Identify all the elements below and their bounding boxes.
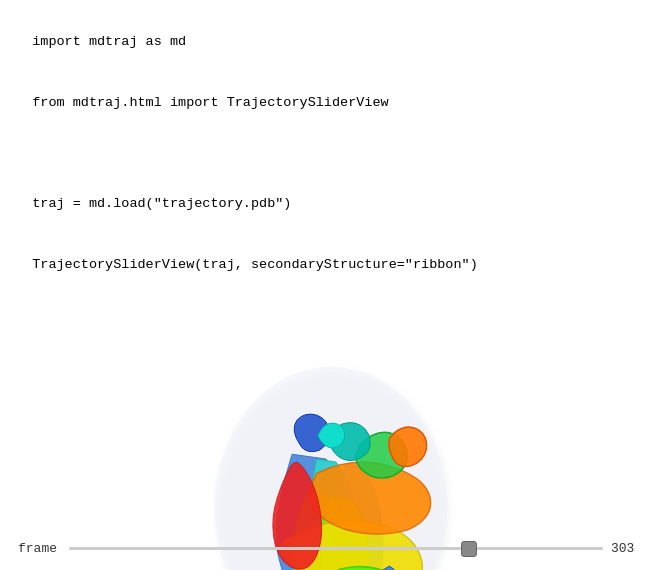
code-line-2: from mdtraj.html import TrajectorySlider… [32, 95, 388, 110]
frame-value: 303 [611, 541, 643, 556]
frame-slider[interactable] [69, 547, 603, 550]
code-line-4: traj = md.load("trajectory.pdb") [32, 196, 291, 211]
frame-slider-section: frame 303 [0, 541, 661, 556]
code-line-5: TrajectorySliderView(traj, secondaryStru… [32, 257, 478, 272]
code-line-1: import mdtraj as md [32, 34, 186, 49]
protein-structure-svg [161, 318, 501, 570]
frame-label: frame [18, 541, 57, 556]
protein-visualization [0, 283, 661, 570]
code-block: import mdtraj as md from mdtraj.html imp… [0, 0, 661, 283]
